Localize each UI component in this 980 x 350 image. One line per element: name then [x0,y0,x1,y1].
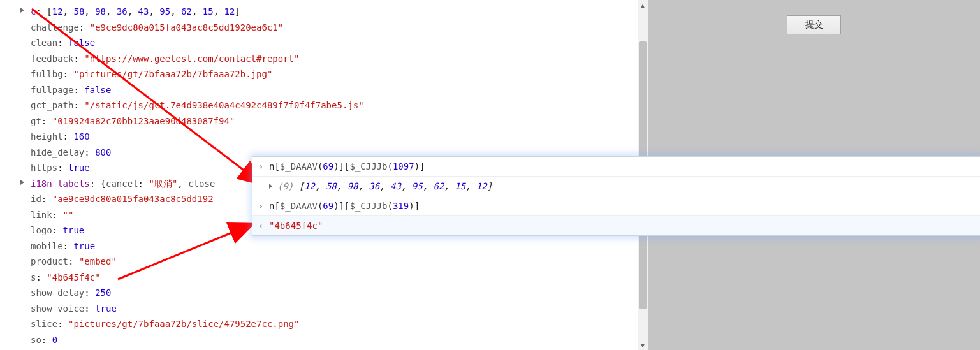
console-array-output: (9) [12, 58, 98, 36, 43, 95, 62, 15, 12] [277,179,492,193]
property-row-show-voice[interactable]: show_voice: true [14,301,364,317]
property-key: gt [31,116,41,126]
property-key: show_delay [31,288,84,298]
console-expression: n[$_DAAAV(69)][$_CJJJb(1097)] [269,159,425,173]
property-key: product [31,256,68,266]
property-row-challenge[interactable]: challenge: "e9ce9dc80a015fa043ac8c5dd192… [14,20,364,36]
property-row-gct-path[interactable]: gct_path: "/static/js/gct.7e4d938e40a4c4… [14,98,364,113]
console-prompt-icon: › [256,199,265,213]
property-key: height [31,131,63,142]
property-key: fullpage [31,85,73,95]
expand-triangle-icon[interactable] [20,180,24,185]
scroll-down-icon[interactable]: ▼ [638,340,648,350]
property-key: id [31,194,41,204]
property-key: clean [31,38,57,48]
expand-triangle-icon[interactable] [269,184,272,189]
console-result-icon: ‹ [256,219,265,233]
property-row-product[interactable]: product: "embed" [14,254,364,270]
property-row-height[interactable]: height: 160 [14,129,364,145]
scroll-up-icon[interactable]: ▲ [638,0,648,10]
property-row-clean[interactable]: clean: false [14,35,364,51]
submit-button-label: 提交 [805,19,823,31]
property-key: fullbg [31,69,63,79]
console-prompt-icon: › [256,159,265,173]
property-key: link [31,210,52,220]
property-key: i18n_labels [31,179,90,189]
property-key: hide_delay [31,147,84,157]
submit-button[interactable]: 提交 [787,15,841,34]
property-row-fullbg[interactable]: fullbg: "pictures/gt/7bfaaa72b/7bfaaa72b… [14,66,364,82]
console-input-line[interactable]: › n[$_DAAAV(69)][$_CJJJb(1097)] [252,157,980,177]
property-key: slice [31,319,57,329]
console-expression: n[$_DAAAV(69)][$_CJJJb(319)] [269,199,420,213]
property-key: logo [31,225,52,235]
property-row-mobile[interactable]: mobile: true [14,238,364,254]
property-row-s[interactable]: s: "4b645f4c" [14,270,364,286]
property-row-slice[interactable]: slice: "pictures/gt/7bfaaa72b/slice/4795… [14,316,364,332]
console-output-icon [256,179,265,193]
console-popover: › n[$_DAAAV(69)][$_CJJJb(1097)] (9) [12,… [252,156,980,236]
property-row-so[interactable]: so: 0 [14,332,364,348]
property-row-gt[interactable]: gt: "019924a82c70bb123aae90d483087f94" [14,113,364,129]
property-row-feedback[interactable]: feedback: "https://www.geetest.com/conta… [14,51,364,67]
console-output-line[interactable]: (9) [12, 58, 98, 36, 43, 95, 62, 15, 12] [252,177,980,196]
property-key: mobile [31,241,63,251]
property-key: so [31,335,41,345]
property-key: show_voice [31,303,84,314]
property-key: challenge [31,22,79,33]
property-row-c[interactable]: c: [12, 58, 98, 36, 43, 95, 62, 15, 12] [14,4,364,20]
property-row-show-delay[interactable]: show_delay: 250 [14,285,364,301]
console-string-output: "4b645f4c" [269,219,323,233]
property-row-fullpage[interactable]: fullpage: false [14,82,364,98]
property-key: feedback [31,54,73,64]
property-key: https [31,163,57,173]
property-key: gct_path [31,100,73,110]
expand-triangle-icon[interactable] [20,8,24,13]
console-result-line[interactable]: ‹ "4b645f4c" [252,216,980,235]
console-input-line[interactable]: › n[$_DAAAV(69)][$_CJJJb(319)] [252,196,980,216]
